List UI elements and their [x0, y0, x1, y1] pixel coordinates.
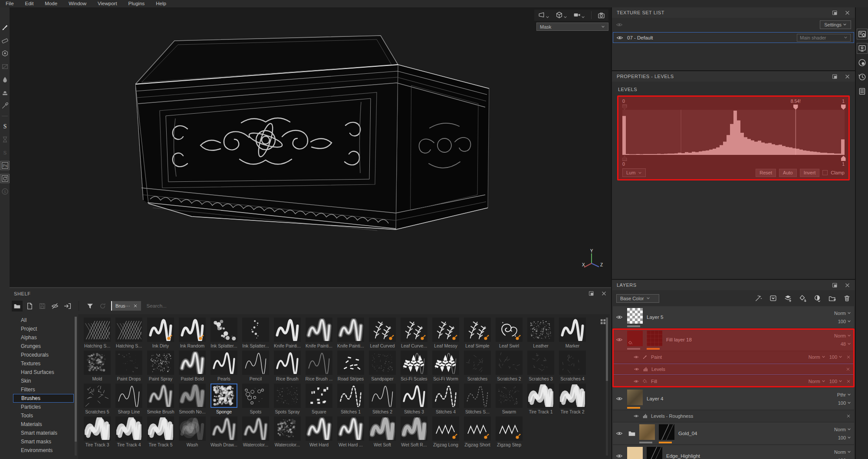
- shader-select[interactable]: Main shader: [797, 34, 851, 42]
- layer-thumbnail[interactable]: [639, 424, 655, 440]
- brush-tire-track-3[interactable]: Tire Track 3: [82, 416, 113, 447]
- brush-pearls[interactable]: Pearls: [208, 351, 240, 381]
- brush-sandpaper[interactable]: Sandpaper: [367, 351, 398, 381]
- sidebar-item-textures[interactable]: Textures: [13, 359, 74, 368]
- category-scrollbar[interactable]: [75, 317, 77, 456]
- substance-source[interactable]: S: [1, 123, 9, 130]
- brush-ink-random[interactable]: Ink Random: [177, 318, 208, 348]
- sidebar-item-filters[interactable]: Filters: [13, 385, 74, 394]
- menu-viewport[interactable]: Viewport: [92, 0, 123, 7]
- brush-stitches-3[interactable]: Stitches 3: [398, 384, 430, 414]
- layer-effect-row[interactable]: PaintNorm100: [613, 351, 854, 363]
- projection-tool[interactable]: [1, 50, 9, 57]
- brush-paint-drops[interactable]: Paint Drops: [113, 351, 145, 381]
- filter-tag-chip[interactable]: Brus···: [111, 301, 141, 311]
- brush-sharp-line[interactable]: Sharp Line: [113, 384, 145, 414]
- brush-square[interactable]: Square: [303, 384, 335, 414]
- menu-plugins[interactable]: Plugins: [123, 0, 151, 7]
- brush-knife-painti[interactable]: Knife Painti...: [335, 318, 366, 348]
- layer-row[interactable]: Edge_HighlightNorm100: [613, 445, 854, 459]
- brush-paint-spray[interactable]: Paint Spray: [145, 351, 176, 381]
- sidebar-item-smart-masks[interactable]: Smart masks: [13, 437, 74, 446]
- brush-leaf-curve[interactable]: Leaf Curve...: [398, 318, 430, 348]
- brush-stitches-4[interactable]: Stitches 4: [430, 384, 461, 414]
- brush-leather[interactable]: Leather: [525, 318, 556, 348]
- brush-smoke-brush[interactable]: Smoke Brush: [145, 384, 176, 414]
- opacity-select[interactable]: 48: [841, 341, 851, 347]
- close-icon[interactable]: [133, 304, 138, 308]
- menu-mode[interactable]: Mode: [39, 0, 63, 7]
- layer-thumbnail[interactable]: [627, 447, 643, 459]
- brush-wet-soft[interactable]: Wet Soft: [367, 416, 398, 447]
- brush-scratches-5[interactable]: Scratches 5: [82, 384, 113, 414]
- brush-smooth-no[interactable]: Smooth No...: [177, 384, 208, 414]
- add-layer-icon[interactable]: [784, 295, 792, 302]
- eye-icon[interactable]: [616, 336, 623, 343]
- brush-hatching-s[interactable]: Hatching S...: [82, 318, 113, 348]
- menu-file[interactable]: File: [0, 0, 20, 7]
- sidebar-item-alphas[interactable]: Alphas: [13, 333, 74, 342]
- history-icon[interactable]: [858, 73, 866, 81]
- brush-sci-fi-worm[interactable]: Sci-Fi Worm: [430, 351, 461, 381]
- brush-leaf-simple[interactable]: Leaf Simple: [462, 318, 493, 348]
- sidebar-item-particles[interactable]: Particles: [13, 403, 74, 411]
- polygon-fill-tool[interactable]: [1, 63, 9, 70]
- brush-wash-draw[interactable]: Wash Draw...: [208, 416, 240, 447]
- brush-ink-dirty[interactable]: Ink Dirty: [145, 318, 176, 348]
- import-icon[interactable]: [64, 302, 71, 310]
- sidebar-item-materials[interactable]: Materials: [13, 420, 74, 429]
- layer-thumbnail[interactable]: [627, 308, 643, 324]
- add-fill-layer-icon[interactable]: [799, 295, 806, 302]
- brush-rice-brush[interactable]: Rice Brush ...: [303, 351, 335, 381]
- folder-icon[interactable]: [13, 302, 21, 310]
- channel-select[interactable]: Lum: [622, 168, 646, 177]
- refresh-icon[interactable]: [99, 302, 106, 310]
- paint-tool[interactable]: [1, 24, 9, 31]
- axis-gizmo[interactable]: Y X Z: [581, 249, 603, 271]
- texture-set-settings-icon[interactable]: [858, 30, 866, 38]
- sidebar-item-hard-surfaces[interactable]: Hard Surfaces: [13, 368, 74, 377]
- display-settings-icon[interactable]: [858, 44, 866, 52]
- sidebar-item-procedurals[interactable]: Procedurals: [13, 351, 74, 359]
- add-folder-icon[interactable]: [829, 295, 836, 302]
- mask-select[interactable]: Mask: [536, 23, 608, 31]
- substance-share[interactable]: S: [1, 149, 9, 156]
- blend-mode-select[interactable]: Norm: [834, 311, 851, 316]
- levels-max-handle[interactable]: [841, 105, 846, 110]
- log-icon[interactable]: [858, 87, 866, 95]
- delete-layer-icon[interactable]: [843, 295, 851, 302]
- layer-thumbnail[interactable]: [627, 390, 643, 405]
- brush-ink-splatter[interactable]: Ink Splatter...: [240, 318, 271, 348]
- 3d-model-chest[interactable]: [135, 33, 500, 276]
- layer-row[interactable]: Gold_04Norm100: [613, 423, 854, 444]
- viewport-3d[interactable]: Mask Y X Z: [10, 7, 611, 287]
- brush-stitches-s[interactable]: Stitches S...: [462, 384, 493, 414]
- opacity-select[interactable]: 100: [838, 400, 851, 406]
- levels-output-slider[interactable]: [622, 156, 845, 161]
- remove-effect-icon[interactable]: [846, 367, 850, 371]
- channel-filter-select[interactable]: Base Color: [616, 294, 659, 303]
- brush-spots-spray[interactable]: Spots Spray: [272, 384, 303, 414]
- brush-stitches-1[interactable]: Stitches 1: [335, 384, 366, 414]
- filter-icon[interactable]: [86, 302, 94, 310]
- eraser-tool[interactable]: [1, 37, 9, 44]
- auto-button[interactable]: Auto: [779, 169, 797, 177]
- magic-wand-icon[interactable]: [755, 295, 762, 302]
- sidebar-item-grunges[interactable]: Grunges: [13, 342, 74, 351]
- close-icon[interactable]: [601, 291, 607, 296]
- layer-thumbnail[interactable]: [647, 447, 662, 459]
- brush-tire-track-2[interactable]: Tire Track 2: [557, 384, 588, 414]
- brush-wet-hard[interactable]: Wet Hard ...: [335, 416, 366, 447]
- perspective-view[interactable]: [538, 11, 549, 19]
- settings-button[interactable]: Settings: [820, 20, 851, 29]
- add-effect-icon[interactable]: [769, 295, 777, 302]
- eye-icon[interactable]: [616, 21, 623, 28]
- brush-zigzag-short[interactable]: Zigzag Short: [462, 416, 493, 447]
- eye-icon[interactable]: [616, 430, 623, 437]
- brush-scratches-3[interactable]: Scratches 3: [525, 351, 556, 381]
- camera-view[interactable]: [573, 11, 585, 19]
- sidebar-item-all[interactable]: All: [13, 316, 74, 325]
- eye-icon[interactable]: [634, 379, 639, 384]
- brush-wet-hard[interactable]: Wet Hard: [303, 416, 335, 447]
- brush-tire-track-4[interactable]: Tire Track 4: [113, 416, 145, 447]
